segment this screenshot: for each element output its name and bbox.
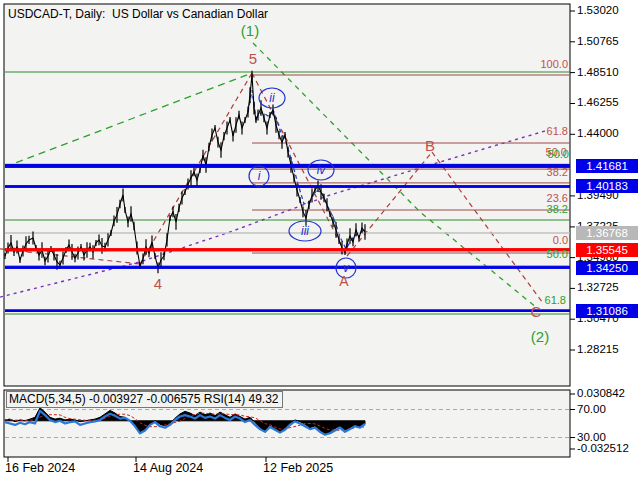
price-tick-label: 1.44000	[577, 127, 619, 139]
wave-circle-label-iii: iii	[301, 224, 309, 238]
wave-label-B: B	[415, 137, 445, 154]
fib-label-0-0: 0.0	[540, 234, 568, 246]
price-tick-label: 1.32725	[577, 281, 619, 293]
wave-circle-label-ii: ii	[269, 91, 275, 105]
price-tick-label: 1.50765	[577, 35, 619, 47]
fib-label-38-2: 38.2	[540, 203, 568, 215]
wave-label-4: 4	[143, 275, 173, 292]
wave-label-2: (2)	[525, 328, 555, 345]
wave-label-5: 5	[238, 50, 268, 67]
price-chip-blue: 1.41681	[576, 159, 638, 173]
price-tick-label: 1.46255	[577, 96, 619, 108]
macd-tick-label: 30.00	[577, 431, 606, 443]
time-axis-label: 14 Aug 2024	[133, 461, 203, 475]
wave-label-A: A	[329, 273, 359, 289]
chart-window: iiiiiiivv USDCAD-T, Daily: US Dollar vs …	[0, 0, 640, 480]
price-chip-blue: 1.40183	[576, 179, 638, 193]
chart-title: USDCAD-T, Daily: US Dollar vs Canadian D…	[8, 7, 268, 21]
time-axis-label: 12 Feb 2025	[263, 461, 333, 475]
wave-label-1: (1)	[235, 22, 265, 39]
wave-circle-label-i: i	[258, 169, 261, 183]
price-tick-label: 1.48510	[577, 66, 619, 78]
indicator-label: MACD(5,34,5) -0.003927 -0.006575 RSI(14)…	[6, 391, 283, 408]
macd-tick-label: -0.032512	[577, 442, 629, 454]
macd-tick-label: 0.030842	[577, 387, 625, 399]
price-chip-blue: 1.34250	[576, 261, 638, 275]
fib-label-100-0: 100.0	[540, 58, 568, 70]
price-chip-gray: 1.36768	[576, 226, 638, 240]
main-panel	[4, 4, 570, 386]
fib-label-61-8: 61.8	[540, 125, 568, 137]
price-chip-blue: 1.31086	[576, 304, 638, 318]
wave-label-C: C	[521, 303, 551, 320]
fib-label-50-0: 50.0	[540, 248, 568, 260]
price-chip-red: 1.35545	[576, 243, 638, 257]
fib-label-50-0: 50.0	[541, 148, 569, 160]
fib-label-38-2: 38.2	[540, 166, 568, 178]
time-axis-label: 16 Feb 2024	[5, 461, 75, 475]
wave-circle-label-iv: iv	[317, 163, 327, 177]
macd-tick-label: 70.00	[577, 403, 606, 415]
price-tick-label: 1.53020	[577, 4, 619, 16]
price-tick-label: 1.28215	[577, 343, 619, 355]
